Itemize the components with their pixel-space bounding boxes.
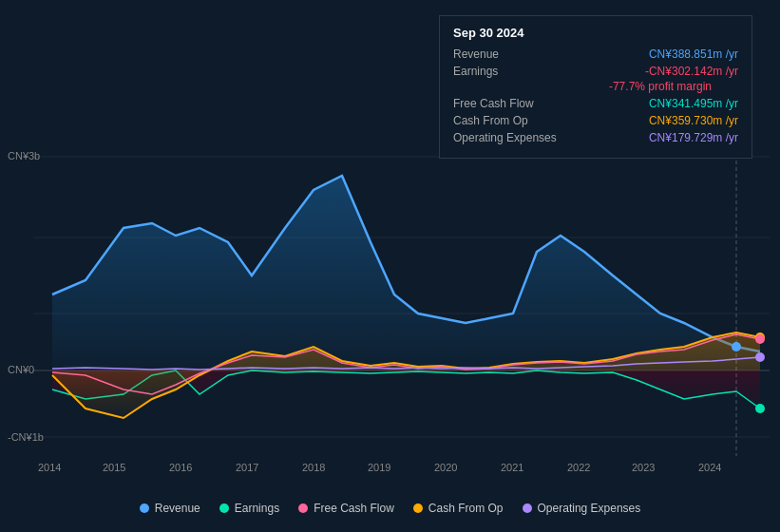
legend-label-fcf: Free Cash Flow — [314, 502, 394, 515]
tooltip-row-revenue: Revenue CN¥388.851m /yr — [453, 48, 738, 61]
tooltip-row-cashfromop: Cash From Op CN¥359.730m /yr — [453, 114, 738, 127]
legend-item-earnings[interactable]: Earnings — [219, 502, 279, 515]
x-label-2014: 2014 — [38, 462, 61, 473]
y-label-bottom: -CN¥1b — [8, 431, 44, 443]
x-label-2016: 2016 — [169, 462, 192, 473]
legend-dot-revenue — [140, 504, 149, 513]
x-label-2024: 2024 — [698, 462, 721, 473]
profit-margin-row: -77.7% profit margin — [453, 80, 738, 93]
x-label-2020: 2020 — [434, 462, 457, 473]
chart-container: CN¥3b CN¥0 -CN¥1b 2014 2015 2016 2017 20… — [0, 0, 780, 532]
legend-label-cashfromop: Cash From Op — [428, 502, 504, 515]
x-label-2021: 2021 — [501, 462, 523, 473]
tooltip-value-opex: CN¥179.729m /yr — [649, 131, 738, 144]
legend-dot-cashfromop — [413, 504, 423, 513]
x-label-2019: 2019 — [368, 462, 390, 473]
legend-label-earnings: Earnings — [235, 502, 279, 515]
legend-dot-earnings — [219, 504, 229, 513]
tooltip-value-cashfromop: CN¥359.730m /yr — [649, 114, 738, 127]
x-label-2015: 2015 — [103, 462, 125, 473]
profit-margin-value: -77.7% profit margin — [609, 80, 712, 93]
tooltip-label-opex: Operating Expenses — [453, 131, 577, 144]
tooltip-value-revenue: CN¥388.851m /yr — [649, 48, 738, 61]
legend-item-opex[interactable]: Operating Expenses — [523, 502, 641, 515]
svg-point-10 — [755, 404, 765, 413]
x-label-2022: 2022 — [567, 462, 590, 473]
tooltip-label-fcf: Free Cash Flow — [453, 97, 577, 110]
tooltip-row-opex: Operating Expenses CN¥179.729m /yr — [453, 131, 738, 144]
svg-point-9 — [755, 352, 765, 362]
legend: Revenue Earnings Free Cash Flow Cash Fro… — [0, 502, 780, 515]
legend-item-revenue[interactable]: Revenue — [140, 502, 200, 515]
tooltip-box: Sep 30 2024 Revenue CN¥388.851m /yr Earn… — [439, 15, 752, 159]
x-label-2018: 2018 — [302, 462, 325, 473]
svg-point-11 — [755, 334, 765, 344]
tooltip-date: Sep 30 2024 — [453, 26, 738, 40]
legend-item-fcf[interactable]: Free Cash Flow — [298, 502, 394, 515]
legend-dot-opex — [523, 504, 532, 513]
legend-item-cashfromop[interactable]: Cash From Op — [413, 502, 504, 515]
tooltip-label-cashfromop: Cash From Op — [453, 114, 577, 127]
tooltip-row-earnings: Earnings -CN¥302.142m /yr — [453, 65, 738, 78]
x-label-2017: 2017 — [236, 462, 258, 473]
legend-dot-fcf — [298, 504, 308, 513]
tooltip-value-fcf: CN¥341.495m /yr — [649, 97, 738, 110]
x-label-2023: 2023 — [632, 462, 655, 473]
legend-label-revenue: Revenue — [155, 502, 200, 515]
legend-label-opex: Operating Expenses — [538, 502, 641, 515]
y-label-zero: CN¥0 — [8, 364, 34, 375]
y-label-top: CN¥3b — [8, 150, 40, 162]
tooltip-value-earnings: -CN¥302.142m /yr — [645, 65, 738, 78]
svg-point-7 — [732, 342, 741, 352]
tooltip-label-earnings: Earnings — [453, 65, 577, 78]
tooltip-label-revenue: Revenue — [453, 48, 577, 61]
tooltip-row-fcf: Free Cash Flow CN¥341.495m /yr — [453, 97, 738, 110]
